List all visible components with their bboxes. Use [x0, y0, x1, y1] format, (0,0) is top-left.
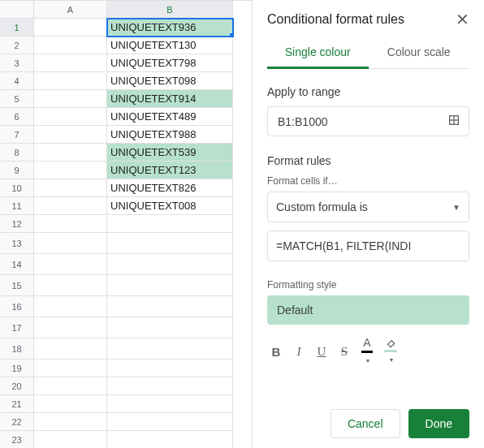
select-all-corner[interactable]	[0, 1, 34, 19]
row-header[interactable]: 6	[0, 108, 34, 126]
table-row: 2UNIQUETEXT130	[0, 37, 252, 54]
row-header[interactable]: 2	[0, 37, 34, 54]
row-header[interactable]: 3	[0, 54, 34, 72]
table-row: 17	[0, 317, 252, 338]
row-header[interactable]: 5	[0, 90, 34, 108]
cell[interactable]	[34, 72, 107, 90]
row-header[interactable]: 7	[0, 126, 34, 144]
cell[interactable]	[107, 413, 233, 431]
text-color-button[interactable]: A▾	[361, 336, 373, 367]
col-header-b[interactable]: B	[107, 1, 233, 19]
cell[interactable]	[34, 54, 107, 72]
cell[interactable]: UNIQUETEXT914	[107, 90, 233, 108]
done-button[interactable]: Done	[408, 409, 469, 438]
row-header[interactable]: 13	[0, 233, 34, 254]
cell[interactable]	[34, 37, 107, 54]
cell[interactable]	[107, 338, 233, 360]
select-range-icon[interactable]	[447, 114, 460, 129]
cell[interactable]	[34, 197, 107, 215]
row-header[interactable]: 22	[0, 413, 34, 431]
table-row: 7UNIQUETEXT988	[0, 126, 252, 144]
cell[interactable]	[107, 215, 233, 233]
cell[interactable]	[107, 395, 233, 413]
cell[interactable]: UNIQUETEXT098	[107, 72, 233, 90]
row-header[interactable]: 16	[0, 296, 34, 317]
tab-colour-scale[interactable]: Colour scale	[369, 45, 470, 68]
cell[interactable]	[34, 19, 107, 37]
cell[interactable]	[34, 413, 107, 431]
bold-button[interactable]: B	[270, 345, 282, 359]
cell[interactable]	[34, 179, 107, 197]
range-input[interactable]	[276, 114, 447, 129]
spreadsheet-grid[interactable]: A B 1UNIQUETEXT9362UNIQUETEXT1303UNIQUET…	[0, 0, 252, 448]
cell[interactable]: UNIQUETEXT936	[107, 19, 233, 37]
formula-input[interactable]	[267, 230, 469, 261]
cell[interactable]: UNIQUETEXT539	[107, 144, 233, 162]
row-header[interactable]: 1	[0, 19, 34, 37]
cell[interactable]	[107, 296, 233, 317]
table-row: 11UNIQUETEXT008	[0, 197, 252, 215]
cell[interactable]	[107, 275, 233, 296]
strikethrough-button[interactable]: S	[339, 345, 350, 359]
row-header[interactable]: 19	[0, 360, 34, 377]
cell[interactable]: UNIQUETEXT798	[107, 54, 233, 72]
cell[interactable]	[34, 254, 107, 275]
italic-button[interactable]: I	[293, 345, 305, 359]
row-header[interactable]: 23	[0, 431, 34, 448]
cell[interactable]	[34, 317, 107, 338]
cell[interactable]	[107, 233, 233, 254]
cell[interactable]: UNIQUETEXT489	[107, 108, 233, 126]
cell[interactable]: UNIQUETEXT008	[107, 197, 233, 215]
close-icon[interactable]: ✕	[456, 11, 469, 28]
row-header[interactable]: 8	[0, 144, 34, 162]
cell[interactable]	[34, 338, 107, 360]
cell[interactable]: UNIQUETEXT826	[107, 179, 233, 197]
format-cells-if-label: Format cells if…	[267, 175, 469, 187]
column-headers: A B	[0, 1, 252, 19]
cell[interactable]	[107, 431, 233, 448]
cell[interactable]	[34, 360, 107, 377]
style-preview[interactable]: Default	[267, 295, 469, 325]
panel-tabs: Single colour Colour scale	[267, 45, 469, 69]
row-header[interactable]: 15	[0, 275, 34, 296]
cell[interactable]	[34, 395, 107, 413]
cell[interactable]: UNIQUETEXT130	[107, 37, 233, 54]
table-row: 23	[0, 431, 252, 448]
condition-select[interactable]: Custom formula is ▼	[267, 192, 469, 222]
cell[interactable]	[107, 254, 233, 275]
tab-single-colour[interactable]: Single colour	[267, 45, 369, 69]
table-row: 10UNIQUETEXT826	[0, 179, 252, 197]
row-header[interactable]: 14	[0, 254, 34, 275]
cell[interactable]	[107, 317, 233, 338]
cell[interactable]	[107, 377, 233, 395]
underline-button[interactable]: U	[316, 345, 327, 359]
cell[interactable]: UNIQUETEXT123	[107, 162, 233, 179]
cell[interactable]	[34, 108, 107, 126]
cell[interactable]	[34, 90, 107, 108]
cell[interactable]	[34, 275, 107, 296]
cell[interactable]	[34, 215, 107, 233]
cell[interactable]	[34, 431, 107, 448]
row-header[interactable]: 4	[0, 72, 34, 90]
cell[interactable]	[34, 296, 107, 317]
cell[interactable]	[34, 126, 107, 144]
cell[interactable]	[34, 162, 107, 179]
cell[interactable]	[107, 360, 233, 377]
fill-color-button[interactable]: ▾	[384, 338, 397, 366]
cell[interactable]	[34, 233, 107, 254]
cell[interactable]: UNIQUETEXT988	[107, 126, 233, 144]
row-header[interactable]: 11	[0, 197, 34, 215]
range-input-box[interactable]	[267, 106, 469, 136]
row-header[interactable]: 12	[0, 215, 34, 233]
cancel-button[interactable]: Cancel	[331, 409, 400, 438]
row-header[interactable]: 10	[0, 179, 34, 197]
row-header[interactable]: 20	[0, 377, 34, 395]
cell[interactable]	[34, 377, 107, 395]
col-header-a[interactable]: A	[34, 1, 107, 19]
row-header[interactable]: 17	[0, 317, 34, 338]
table-row: 14	[0, 254, 252, 275]
row-header[interactable]: 9	[0, 162, 34, 179]
cell[interactable]	[34, 144, 107, 162]
row-header[interactable]: 21	[0, 395, 34, 413]
row-header[interactable]: 18	[0, 338, 34, 360]
